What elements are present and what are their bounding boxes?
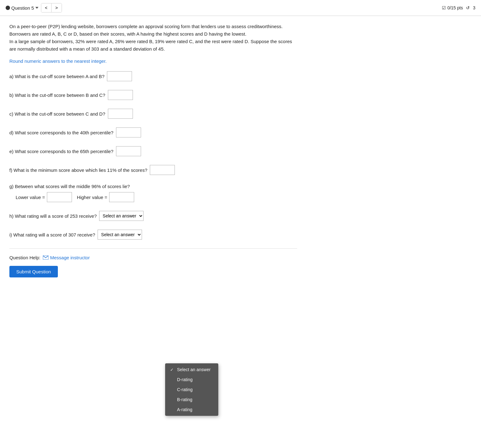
part-f-input[interactable] [150, 165, 175, 175]
part-d-label: d) What score corresponds to the 40th pe… [9, 130, 114, 135]
part-g-higher-group: Higher value = [77, 192, 134, 202]
prev-button[interactable]: < [41, 3, 52, 12]
part-e-label: e) What score corresponds to the 65th pe… [9, 149, 114, 154]
score-label: ☑ 0/15 pts [442, 5, 463, 10]
round-note: Round numeric answers to the nearest int… [9, 58, 297, 64]
question-part-d: d) What score corresponds to the 40th pe… [9, 127, 297, 137]
chevron-down-icon[interactable] [35, 7, 38, 9]
question-help: Question Help: Message instructor [9, 255, 297, 260]
part-g-label: g) Between what scores will the middle 9… [9, 184, 297, 189]
part-d-input[interactable] [116, 127, 141, 137]
part-b-input[interactable] [108, 90, 133, 100]
part-h-select[interactable]: Select an answer D-rating C-rating B-rat… [99, 211, 144, 221]
part-a-label: a) What is the cut-off score between A a… [9, 74, 104, 79]
part-g-lower-label: Lower value = [16, 195, 45, 200]
part-e-input[interactable] [116, 146, 141, 156]
question-part-h: h) What rating will a score of 253 recei… [9, 211, 297, 221]
part-f-label: f) What is the minimum score above which… [9, 167, 147, 173]
question-part-b: b) What is the cut-off score between B a… [9, 90, 297, 100]
question-label: Question 5 [11, 5, 34, 11]
top-bar: Question 5 < > ☑ 0/15 pts ↺ 3 [0, 0, 481, 16]
question-part-i: i) What rating will a score of 307 recei… [9, 230, 297, 240]
main-content: On a peer-to-peer (P2P) lending website,… [0, 16, 306, 290]
next-button[interactable]: > [52, 3, 62, 12]
question-help-label: Question Help: [9, 255, 40, 260]
part-g-inputs: Lower value = Higher value = [16, 192, 297, 202]
message-instructor-text: Message instructor [50, 255, 90, 260]
attempts-icon: ↺ [466, 5, 470, 10]
question-part-f: f) What is the minimum score above which… [9, 165, 297, 175]
message-instructor-link[interactable]: Message instructor [43, 255, 90, 260]
part-g-lower-input[interactable] [47, 192, 72, 202]
part-i-label: i) What rating will a score of 307 recei… [9, 232, 95, 237]
part-a-input[interactable] [107, 71, 132, 81]
part-c-input[interactable] [108, 109, 133, 119]
question-part-g: g) Between what scores will the middle 9… [9, 184, 297, 202]
divider [9, 248, 297, 249]
part-g-higher-label: Higher value = [77, 195, 107, 200]
part-g-lower-group: Lower value = [16, 192, 72, 202]
part-i-select[interactable]: Select an answer D-rating C-rating B-rat… [98, 230, 142, 240]
problem-description: On a peer-to-peer (P2P) lending website,… [9, 23, 297, 53]
question-part-e: e) What score corresponds to the 65th pe… [9, 146, 297, 156]
question-selector[interactable]: Question 5 [6, 5, 38, 11]
question-part-a: a) What is the cut-off score between A a… [9, 71, 297, 81]
part-c-label: c) What is the cut-off score between C a… [9, 111, 105, 117]
submit-button[interactable]: Submit Question [9, 266, 58, 277]
part-b-label: b) What is the cut-off score between B a… [9, 92, 105, 98]
top-bar-right: ☑ 0/15 pts ↺ 3 [442, 5, 475, 10]
part-g-higher-input[interactable] [109, 192, 134, 202]
part-h-label: h) What rating will a score of 253 recei… [9, 213, 97, 219]
question-dot [6, 6, 10, 10]
attempts-count: 3 [473, 5, 475, 10]
nav-arrows: < > [41, 3, 62, 12]
envelope-icon [43, 256, 48, 260]
question-part-c: c) What is the cut-off score between C a… [9, 109, 297, 119]
score-value: 0/15 pts [447, 5, 463, 10]
top-bar-left: Question 5 < > [6, 3, 62, 12]
